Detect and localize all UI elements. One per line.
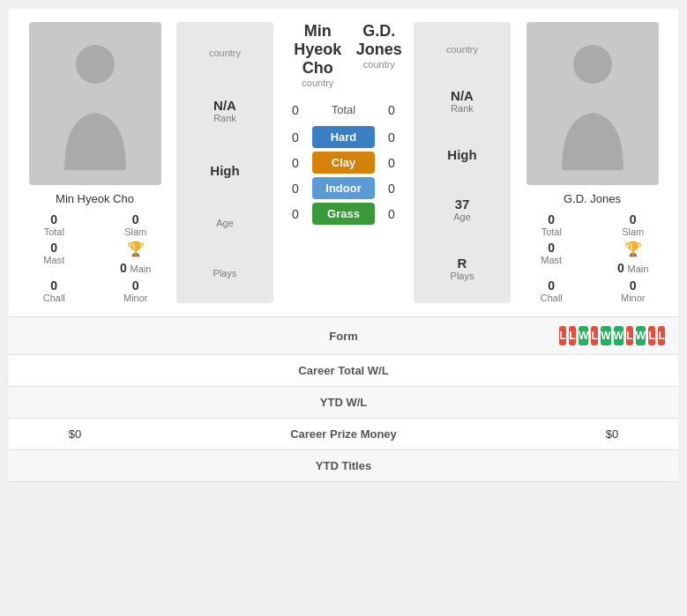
left-details-panel: country N/A Rank High Age Plays (176, 22, 273, 303)
form-badge-2: W (579, 326, 588, 345)
left-trophy-icon: 🏆 (127, 241, 145, 257)
left-level: High (183, 163, 266, 178)
form-badge-1: L (569, 326, 576, 345)
left-stat-chall: 0 Chall (18, 278, 91, 303)
surface-btn-hard: Hard (312, 126, 375, 148)
right-stat-minor: 0 Minor (597, 278, 670, 303)
right-country-flag: country (421, 44, 504, 55)
surface-row-hard: 0 Hard 0 (282, 124, 405, 150)
left-stat-mast: 0 Mast (18, 241, 91, 275)
right-stat-mast: 0 Mast (515, 241, 588, 275)
form-badges-container: LLWLWWLWLL (559, 326, 665, 345)
right-prize: $0 (559, 427, 665, 441)
center-player-header: Min Hyeok Cho country G.D. Jones country (282, 22, 405, 88)
right-level: High (421, 147, 504, 162)
left-player-avatar (29, 22, 161, 185)
form-badge-9: L (658, 326, 665, 345)
form-badge-3: L (591, 326, 598, 345)
right-player-stats: 0 Total 0 Slam 0 Mast 🏆 0 Main (515, 212, 669, 303)
center-section: Min Hyeok Cho country G.D. Jones country… (278, 22, 409, 303)
surface-btn-indoor: Indoor (312, 177, 375, 199)
left-player-name: Min Hyeok Cho (56, 192, 134, 205)
left-score-indoor: 0 (282, 182, 309, 196)
player-right: G.D. Jones 0 Total 0 Slam 0 Mast 🏆 0 (515, 22, 669, 303)
right-trophy-icon: 🏆 (624, 241, 642, 257)
left-plays: Plays (183, 268, 266, 278)
ytd-wl-label: YTD W/L (128, 396, 559, 409)
svg-point-0 (76, 45, 115, 84)
right-stat-total: 0 Total (515, 212, 588, 237)
form-badge-5: W (614, 326, 624, 345)
career-total-label: Career Total W/L (128, 364, 559, 377)
left-rank: N/A Rank (183, 98, 266, 123)
right-plays: R Plays (421, 256, 504, 281)
svg-point-1 (573, 45, 612, 84)
total-score-row: 0 Total 0 (282, 97, 405, 122)
players-section: Min Hyeok Cho 0 Total 0 Slam 0 Mast 🏆 (9, 9, 678, 316)
right-age: 37 Age (421, 197, 504, 222)
total-label: Total (312, 99, 375, 121)
surface-row-grass: 0 Grass 0 (282, 201, 405, 226)
surface-btn-clay: Clay (312, 152, 375, 174)
left-age: Age (183, 218, 266, 228)
ytd-titles-label: YTD Titles (128, 459, 559, 472)
right-stat-main: 🏆 0 Main (597, 241, 670, 275)
surface-row-clay: 0 Clay 0 (282, 150, 405, 175)
form-label: Form (128, 330, 559, 343)
right-player-name: G.D. Jones (564, 192, 621, 205)
player-left: Min Hyeok Cho 0 Total 0 Slam 0 Mast 🏆 (18, 22, 172, 303)
surface-rows: 0 Hard 0 0 Clay 0 0 Indoor 0 0 Grass 0 (282, 124, 405, 226)
left-score-grass: 0 (282, 207, 309, 221)
left-score-clay: 0 (282, 156, 309, 170)
right-rank: N/A Rank (421, 88, 504, 114)
career-prize-label: Career Prize Money (128, 427, 559, 441)
ytd-wl-row: YTD W/L (9, 387, 678, 419)
career-total-row: Career Total W/L (9, 355, 678, 387)
left-stat-main: 🏆 0 Main (100, 241, 173, 275)
form-badges: LLWLWWLWLL (559, 326, 665, 345)
right-name-area: G.D. Jones country (354, 22, 405, 70)
right-player-avatar (526, 22, 659, 185)
form-badge-4: W (601, 326, 610, 345)
left-country-flag: country (183, 48, 266, 58)
right-score-clay: 0 (378, 156, 405, 170)
surface-btn-grass: Grass (312, 203, 375, 225)
form-row: Form LLWLWWLWLL (9, 317, 678, 355)
left-prize: $0 (22, 427, 128, 441)
right-stat-chall: 0 Chall (515, 278, 588, 303)
career-prize-row: $0 Career Prize Money $0 (9, 419, 678, 450)
left-score-hard: 0 (282, 130, 309, 145)
left-name-area: Min Hyeok Cho country (282, 22, 354, 88)
right-score-grass: 0 (378, 207, 405, 221)
left-stat-total: 0 Total (18, 212, 91, 237)
right-stat-slam: 0 Slam (597, 212, 670, 237)
surface-row-indoor: 0 Indoor 0 (282, 175, 405, 201)
left-stat-minor: 0 Minor (100, 278, 173, 303)
right-details-panel: country N/A Rank High 37 Age R Plays (414, 22, 511, 303)
form-badge-6: L (626, 326, 633, 345)
left-player-stats: 0 Total 0 Slam 0 Mast 🏆 0 Main (18, 212, 172, 303)
form-badge-7: W (636, 326, 646, 345)
main-card: Min Hyeok Cho 0 Total 0 Slam 0 Mast 🏆 (9, 9, 678, 482)
bottom-section: Form LLWLWWLWLL Career Total W/L YTD W/L… (9, 316, 678, 482)
right-score-indoor: 0 (378, 182, 405, 196)
right-score-hard: 0 (378, 130, 405, 145)
ytd-titles-row: YTD Titles (9, 450, 678, 482)
form-badge-0: L (559, 326, 566, 345)
left-stat-slam: 0 Slam (100, 212, 173, 237)
form-badge-8: L (648, 326, 655, 345)
